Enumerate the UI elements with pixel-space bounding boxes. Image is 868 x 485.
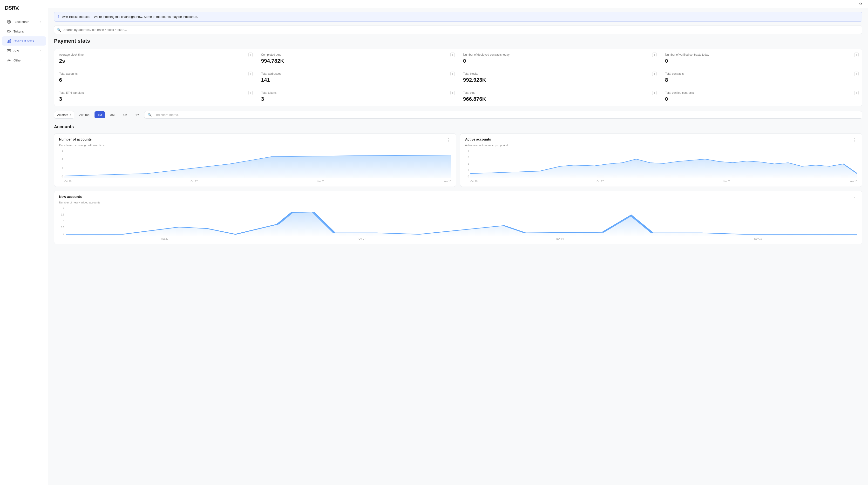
info-banner: ℹ 95% Blocks Indexed – We're indexing th… xyxy=(54,12,862,22)
stat-value: 992.923K xyxy=(463,77,655,83)
stat-card-total-tokens: Total tokens 3 i xyxy=(256,87,458,106)
stat-info-icon[interactable]: i xyxy=(854,53,859,57)
chart-subtitle: Cumulative account growth over time xyxy=(59,144,451,147)
stat-value: 2s xyxy=(59,58,251,64)
all-stats-dropdown[interactable]: All stats ▾ xyxy=(54,111,74,119)
active-accounts-chart: Active accounts ⋮ Active accounts number… xyxy=(460,133,862,187)
charts-icon xyxy=(7,39,11,43)
search-input[interactable] xyxy=(54,26,862,34)
page-title: Payment stats xyxy=(54,38,862,44)
new-accounts-chart: New accounts ⋮ Number of newly added acc… xyxy=(54,191,862,244)
stat-card-avg-block-time: Average block time 2s i xyxy=(54,49,256,68)
banner-text: 95% Blocks Indexed – We're indexing this… xyxy=(62,15,198,19)
stat-card-total-verified-contracts: Total verified contracts 0 i xyxy=(660,87,862,106)
chevron-right-icon: › xyxy=(40,49,41,52)
chart-subtitle: Number of newly added accounts xyxy=(59,201,857,204)
stat-label: Total contracts xyxy=(665,72,857,75)
svg-point-3 xyxy=(7,30,10,33)
sidebar-item-tokens[interactable]: Tokens xyxy=(2,27,46,36)
accounts-section-title: Accounts xyxy=(54,124,862,129)
stat-value: 994.782K xyxy=(261,58,453,64)
time-btn-1y[interactable]: 1Y xyxy=(132,111,142,118)
sidebar-item-label: Other xyxy=(13,59,22,62)
sidebar-item-label: API xyxy=(13,49,19,53)
stat-info-icon[interactable]: i xyxy=(248,91,253,95)
stat-info-icon[interactable]: i xyxy=(248,72,253,76)
stat-value: 6 xyxy=(59,77,251,83)
chart-menu-button[interactable]: ⋮ xyxy=(852,137,857,143)
chart-menu-button[interactable]: ⋮ xyxy=(446,137,451,143)
search-icon: 🔍 xyxy=(148,113,152,117)
chevron-right-icon: › xyxy=(40,20,41,23)
stat-info-icon[interactable]: i xyxy=(451,53,455,57)
stat-info-icon[interactable]: i xyxy=(451,72,455,76)
stat-card-total-blocks: Total blocks 992.923K i xyxy=(458,68,660,87)
chart-title: New accounts xyxy=(59,195,82,199)
sidebar-item-api[interactable]: API › xyxy=(2,46,46,55)
stat-label: Total verified contracts xyxy=(665,91,857,95)
info-icon: ℹ xyxy=(58,14,60,19)
blockchain-icon xyxy=(7,20,11,24)
stat-card-verified-contracts: Number of verified contracts today 0 i xyxy=(660,49,862,68)
sidebar: DSRV. Blockchain › Tokens Charts & stats… xyxy=(0,0,48,485)
sidebar-item-blockchain[interactable]: Blockchain › xyxy=(2,17,46,26)
stat-info-icon[interactable]: i xyxy=(248,53,253,57)
number-of-accounts-chart: Number of accounts ⋮ Cumulative account … xyxy=(54,133,456,187)
stat-label: Number of deployed contracts today xyxy=(463,53,655,56)
stat-value: 966.876K xyxy=(463,96,655,102)
time-btn-all[interactable]: All time xyxy=(76,111,93,118)
stat-label: Total ETH transfers xyxy=(59,91,251,95)
sidebar-item-label: Blockchain xyxy=(13,20,29,24)
chart-header: Active accounts ⋮ xyxy=(465,137,857,143)
time-btn-6m[interactable]: 6M xyxy=(120,111,130,118)
stat-card-total-txns: Total txns 966.876K i xyxy=(458,87,660,106)
other-icon xyxy=(7,58,11,62)
dropdown-label: All stats xyxy=(57,113,68,117)
number-of-accounts-svg xyxy=(64,150,451,179)
stat-info-icon[interactable]: i xyxy=(652,53,656,57)
search-bar: 🔍 xyxy=(54,26,862,34)
sidebar-item-label: Tokens xyxy=(13,30,24,33)
chart-metric-search[interactable]: 🔍 Find chart, metric... xyxy=(144,111,862,119)
stat-label: Total addresses xyxy=(261,72,453,75)
main-content: ⚙ ℹ 95% Blocks Indexed – We're indexing … xyxy=(48,0,868,485)
stat-value: 0 xyxy=(463,58,655,64)
chart-title: Active accounts xyxy=(465,137,491,141)
search-icon: 🔍 xyxy=(57,28,61,32)
svg-rect-7 xyxy=(10,39,11,43)
stat-info-icon[interactable]: i xyxy=(652,91,656,95)
topbar: ⚙ xyxy=(48,0,868,8)
stat-label: Total txns xyxy=(463,91,655,95)
sidebar-item-charts[interactable]: Charts & stats xyxy=(2,36,46,45)
stat-info-icon[interactable]: i xyxy=(854,72,859,76)
stat-value: 0 xyxy=(665,96,857,102)
chevron-right-icon: › xyxy=(40,59,41,62)
stat-value: 3 xyxy=(59,96,251,102)
time-btn-1m[interactable]: 1M xyxy=(94,111,105,118)
stat-label: Number of verified contracts today xyxy=(665,53,857,56)
stat-label: Completed txns xyxy=(261,53,453,56)
sidebar-item-other[interactable]: Other › xyxy=(2,56,46,65)
stat-label: Total tokens xyxy=(261,91,453,95)
stat-card-eth-transfers: Total ETH transfers 3 i xyxy=(54,87,256,106)
sidebar-item-label: Charts & stats xyxy=(13,39,34,43)
svg-point-4 xyxy=(8,30,10,32)
chevron-down-icon: ▾ xyxy=(70,113,71,117)
stat-label: Total accounts xyxy=(59,72,251,75)
stat-info-icon[interactable]: i xyxy=(854,91,859,95)
chart-title: Number of accounts xyxy=(59,137,92,141)
settings-icon[interactable]: ⚙ xyxy=(859,2,862,6)
stat-info-icon[interactable]: i xyxy=(652,72,656,76)
stat-info-icon[interactable]: i xyxy=(451,91,455,95)
stats-grid: Average block time 2s i Completed txns 9… xyxy=(54,49,862,106)
stat-card-total-addresses: Total addresses 141 i xyxy=(256,68,458,87)
stat-card-completed-txns: Completed txns 994.782K i xyxy=(256,49,458,68)
chart-search-placeholder: Find chart, metric... xyxy=(154,113,180,117)
chart-subtitle: Active accounts number per period xyxy=(465,144,857,147)
stat-label: Average block time xyxy=(59,53,251,56)
time-btn-3m[interactable]: 3M xyxy=(107,111,118,118)
chart-menu-button[interactable]: ⋮ xyxy=(852,195,857,200)
api-icon xyxy=(7,48,11,53)
chart-header: Number of accounts ⋮ xyxy=(59,137,451,143)
svg-rect-6 xyxy=(8,40,9,43)
